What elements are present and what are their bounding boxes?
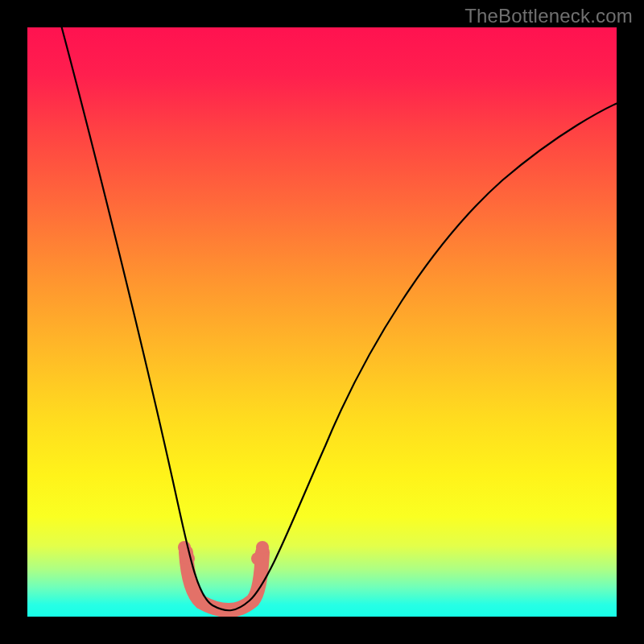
curve-layer [27, 27, 617, 617]
chart-frame: TheBottleneck.com [0, 0, 644, 644]
curve-marker-dot [251, 552, 264, 565]
curve-marker-dot [182, 552, 195, 565]
plot-area [27, 27, 617, 617]
watermark-text: TheBottleneck.com [464, 5, 633, 27]
bottleneck-curve [60, 27, 617, 610]
curve-marker-dot [256, 541, 269, 554]
